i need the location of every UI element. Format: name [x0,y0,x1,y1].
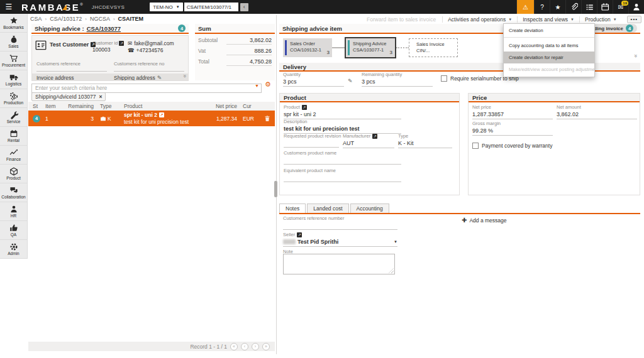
contact-card-icon [35,40,47,53]
net-price-value[interactable]: 1,287.33857 [472,110,553,119]
prev-page-button[interactable]: ‹ [241,343,248,350]
field-label: Net price [472,104,553,110]
sidebar-item-service[interactable]: Service [0,108,27,127]
inspects-views-dropdown[interactable]: Inspects and views ▼ [517,16,579,23]
more-actions-button[interactable]: ••• [627,16,641,23]
breadcrumb-link[interactable]: CSA [30,16,42,22]
equivalent-product-name-value[interactable] [284,173,401,182]
external-link-icon[interactable]: ↗ [159,112,164,117]
tab-notes[interactable]: Notes [279,203,306,213]
flow-sales-order-box[interactable]: Sales Order COA/109132-1 3 [283,38,332,57]
doc-type-selector[interactable]: TEM-NO ▼ [150,3,183,11]
expand-card-chevron-icon[interactable]: » [181,74,187,77]
edit-icon[interactable]: ✎ [157,75,162,79]
breadcrumb-link[interactable]: CSA/103172 [50,16,82,22]
delete-icon[interactable] [264,115,270,122]
panel-splitter-handle[interactable] [274,181,277,197]
search-settings-gear-icon[interactable]: ⚙ [265,81,271,88]
sidebar-item-product[interactable]: Product [0,165,27,183]
first-page-button[interactable]: « [230,343,238,350]
menu-item-account-posting-adjustment: Make/edit/view account posting adjustmen… [504,63,594,75]
tab-accounting[interactable]: Accounting [350,203,389,213]
sidebar-item-finance[interactable]: Finance [0,146,27,165]
customers-reference-number-value[interactable] [283,221,397,230]
sidebar-item-qa[interactable]: QA [0,221,27,240]
note-textarea[interactable] [283,254,395,274]
attachments-button[interactable] [565,0,581,14]
requested-revision-value[interactable] [284,139,339,148]
sidebar-item-sales[interactable]: Sales [0,33,27,52]
sidebar-item-label: Admin [8,252,19,256]
flow-shipping-advice-box[interactable]: Shipping Advice CSA/103077-1 3 [345,37,396,58]
next-page-button[interactable]: › [252,343,259,350]
sidebar-item-procurement[interactable]: Procurement [0,52,27,70]
gears-icon [9,92,18,100]
external-link-icon[interactable]: ↗ [372,134,377,139]
external-link-icon[interactable]: ↗ [297,232,302,237]
quantity-value[interactable]: 3 pcs [283,77,344,87]
status-badge: 4 [33,115,40,122]
sidebar-item-bookmarks[interactable]: Bookmarks [0,14,27,33]
add-message-button[interactable]: ✚ Add a message [462,217,506,224]
customer-phone[interactable]: ☎ +47234576 [128,47,163,53]
customers-reference-no-field[interactable] [114,71,184,72]
customers-product-name-value[interactable] [284,156,401,165]
help-button[interactable]: ? [534,0,550,14]
item-row[interactable]: 4 1 3 K spr kit - uni 2 ↗ test kit for u… [28,111,275,126]
customers-reference-field[interactable] [36,71,107,72]
type-value[interactable]: K - Kit [398,139,452,148]
record-pagination: Record 1 - 1 / 1 « ‹ › » [28,342,275,351]
price-panel: Price Net price 1,287.33857 Net amount 3… [468,93,640,195]
col-header-cur: Cur [240,103,260,109]
customer-email[interactable]: ✉ fake@gmail.com [128,40,174,46]
activities-operations-dropdown[interactable]: Activities and operations ▼ [442,16,517,23]
col-header-type: Type [97,103,124,109]
sidebar-item-logistics[interactable]: Logistics [0,70,27,89]
external-link-icon[interactable]: ↗ [302,105,307,110]
menu-item-create-deviation[interactable]: Create deviation [504,24,594,38]
search-input[interactable] [31,84,262,93]
last-page-button[interactable]: » [262,343,270,350]
sidebar-item-collaboration[interactable]: Collaboration [0,183,27,202]
messages-button[interactable]: ✉ 19 [613,0,628,14]
remove-filter-icon[interactable]: × [99,94,102,100]
chevron-down-icon: ▼ [176,5,180,9]
favorites-button[interactable]: ★ [550,0,565,14]
tab-landed-cost[interactable]: Landed cost [307,203,348,213]
sidebar-item-admin[interactable]: Admin [0,240,27,259]
sidebar-item-rental[interactable]: Rental [0,127,27,146]
sidebar-item-production[interactable]: Production [0,89,27,108]
product-value[interactable]: spr kit - uni 2 [284,110,401,119]
thumbs-up-icon [9,224,18,232]
warranty-checkbox[interactable] [472,143,479,149]
sidebar-item-label: QA [11,233,16,237]
shipping-advice-link[interactable]: CSA/103077 [87,25,121,32]
chevron-down-icon[interactable]: ▼ [255,84,259,88]
person-icon [9,205,18,214]
topbar-search-input[interactable] [184,3,238,11]
account-button[interactable] [628,0,644,14]
warnings-button[interactable]: ⚠ [516,0,534,14]
seller-dropdown[interactable]: Test Pid Sprithi ▼ [283,237,397,247]
rental-calendar-icon [9,129,18,138]
collapse-section-chevron-icon[interactable]: » [633,54,639,57]
hamburger-menu-button[interactable]: ☰ [0,0,18,14]
require-serial-checkbox[interactable] [441,75,447,82]
production-dropdown[interactable]: Production ▼ [579,16,622,23]
resize-handle-icon[interactable] [389,268,394,273]
field-label: Gross margin [472,121,553,126]
description-field: Description test kit for uni precision t… [284,119,401,134]
sidebar-item-hr[interactable]: HR [0,202,27,221]
external-link-icon[interactable]: ↗ [119,41,124,46]
menu-item-copy-accounting-data[interactable]: Copy accounting data to all items [504,40,594,52]
task-list-button[interactable] [581,0,597,14]
search-back-button[interactable]: ‹ [240,3,248,11]
calendar-button[interactable] [597,0,613,14]
col-header-net-price: Net price [201,103,240,109]
manufacturer-value[interactable]: AUT [343,139,394,148]
menu-item-create-deviation-for-repair[interactable]: Create deviation for repair [504,52,594,63]
description-value[interactable]: test kit for uni precision test [284,124,401,134]
flow-sales-invoice-box[interactable]: Sales Invoice CIN/... [409,38,458,57]
edit-quantity-icon[interactable]: ✎ [348,78,353,84]
breadcrumb-link[interactable]: NGCSA [90,16,110,22]
